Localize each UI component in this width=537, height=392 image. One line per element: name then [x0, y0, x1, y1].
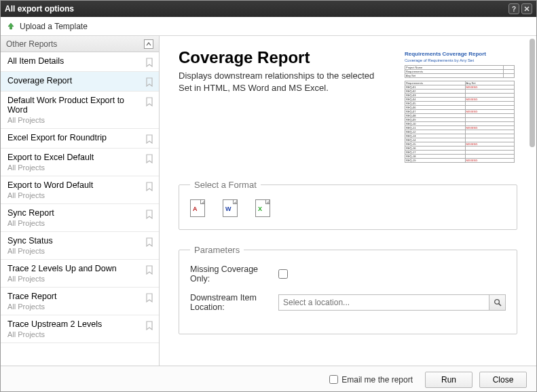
report-item[interactable]: Sync StatusAll Projects	[1, 232, 159, 260]
close-window-button[interactable]	[521, 3, 532, 14]
report-item-title: Trace Upstream 2 Levels	[7, 319, 143, 329]
report-item-title: Sync Status	[7, 236, 143, 246]
format-pdf-button[interactable]: A	[190, 199, 205, 217]
format-legend: Select a Format	[190, 180, 261, 190]
report-title: Coverage Report	[179, 48, 388, 67]
bookmark-icon[interactable]	[145, 154, 153, 163]
run-button[interactable]: Run	[425, 372, 473, 388]
report-description: Displays downstream relationships to the…	[179, 70, 388, 94]
reports-sidebar: Other Reports All Item DetailsCoverage R…	[1, 36, 160, 366]
report-item-subtitle: All Projects	[7, 163, 143, 172]
report-detail-panel: Coverage Report Displays downstream rela…	[160, 36, 536, 366]
format-excel-button[interactable]: X	[255, 199, 270, 217]
upload-template-row: Upload a Template	[1, 17, 536, 36]
email-report-option[interactable]: Email me the report	[329, 375, 413, 385]
upload-icon	[6, 22, 16, 31]
report-item-title: Trace Report	[7, 292, 143, 301]
bookmark-icon[interactable]	[145, 293, 153, 302]
dialog-footer: Email me the report Run Close	[1, 366, 536, 392]
sidebar-section-title: Other Reports	[6, 39, 57, 49]
report-item[interactable]: Default Work Product Export to WordAll P…	[1, 92, 159, 129]
report-item[interactable]: Trace ReportAll Projects	[1, 288, 159, 315]
report-item-title: Sync Report	[7, 208, 143, 218]
bookmark-icon[interactable]	[145, 58, 153, 67]
param-location-label: Downstream Item Location:	[190, 293, 278, 312]
report-item-subtitle: All Projects	[7, 191, 143, 199]
report-item-title: Export to Excel Default	[7, 153, 143, 162]
report-item[interactable]: Excel Export for Roundtrip	[1, 129, 159, 149]
next-section-cutoff: Report Details	[179, 349, 517, 359]
upload-template-link[interactable]: Upload a Template	[20, 22, 88, 31]
report-preview-thumbnail: Requirements Coverage Report Coverage of…	[402, 48, 517, 163]
bookmark-icon[interactable]	[145, 134, 153, 144]
bookmark-icon[interactable]	[145, 77, 153, 87]
report-item[interactable]: Trace 2 Levels Up and DownAll Projects	[1, 260, 159, 288]
svg-point-0	[494, 300, 499, 305]
report-item-subtitle: All Projects	[7, 330, 143, 338]
report-item[interactable]: Trace Upstream 2 LevelsAll Projects	[1, 315, 159, 343]
report-item-title: Excel Export for Roundtrip	[7, 133, 143, 142]
email-report-label: Email me the report	[341, 375, 413, 385]
window-title: All export options	[5, 4, 74, 14]
close-button[interactable]: Close	[479, 372, 527, 388]
title-bar: All export options ?	[1, 1, 536, 17]
report-item-title: Export to Word Default	[7, 180, 143, 190]
format-fieldset: Select a Format A W X	[179, 180, 517, 230]
report-item-title: All Item Details	[7, 56, 143, 66]
bookmark-icon[interactable]	[145, 97, 153, 106]
report-item-subtitle: All Projects	[7, 116, 143, 124]
report-item-title: Default Work Product Export to Word	[7, 96, 143, 115]
report-item-subtitle: All Projects	[7, 219, 143, 227]
report-item-title: Coverage Report	[7, 76, 143, 85]
bookmark-icon[interactable]	[145, 210, 153, 219]
report-item-subtitle: All Projects	[7, 275, 143, 283]
bookmark-icon[interactable]	[145, 237, 153, 247]
param-location-input[interactable]	[279, 295, 489, 310]
report-item[interactable]: Export to Excel DefaultAll Projects	[1, 149, 159, 176]
report-item-title: Trace 2 Levels Up and Down	[7, 264, 143, 273]
search-icon	[494, 298, 502, 307]
help-button[interactable]: ?	[508, 3, 519, 14]
format-word-button[interactable]: W	[223, 199, 238, 217]
collapse-section-button[interactable]	[144, 39, 153, 49]
location-search-button[interactable]	[489, 295, 505, 310]
report-item-subtitle: All Projects	[7, 247, 143, 255]
bookmark-icon[interactable]	[145, 321, 153, 330]
scrollbar-thumb[interactable]	[530, 39, 535, 147]
report-item-subtitle: All Projects	[7, 302, 143, 311]
param-missing-checkbox[interactable]	[278, 269, 288, 279]
content-scrollbar[interactable]	[530, 36, 535, 366]
bookmark-icon[interactable]	[145, 265, 153, 275]
report-list: All Item DetailsCoverage ReportDefault W…	[1, 52, 159, 343]
sidebar-section-header: Other Reports	[1, 36, 159, 52]
email-report-checkbox[interactable]	[329, 375, 338, 384]
svg-line-1	[498, 304, 500, 306]
param-missing-label: Missing Coverage Only:	[190, 264, 278, 283]
parameters-fieldset: Parameters Missing Coverage Only: Downst…	[179, 245, 517, 334]
report-item[interactable]: Export to Word DefaultAll Projects	[1, 176, 159, 204]
report-item[interactable]: Coverage Report	[1, 72, 159, 92]
report-item[interactable]: All Item Details	[1, 52, 159, 72]
report-item[interactable]: Sync ReportAll Projects	[1, 204, 159, 232]
bookmark-icon[interactable]	[145, 182, 153, 191]
parameters-legend: Parameters	[190, 245, 244, 255]
